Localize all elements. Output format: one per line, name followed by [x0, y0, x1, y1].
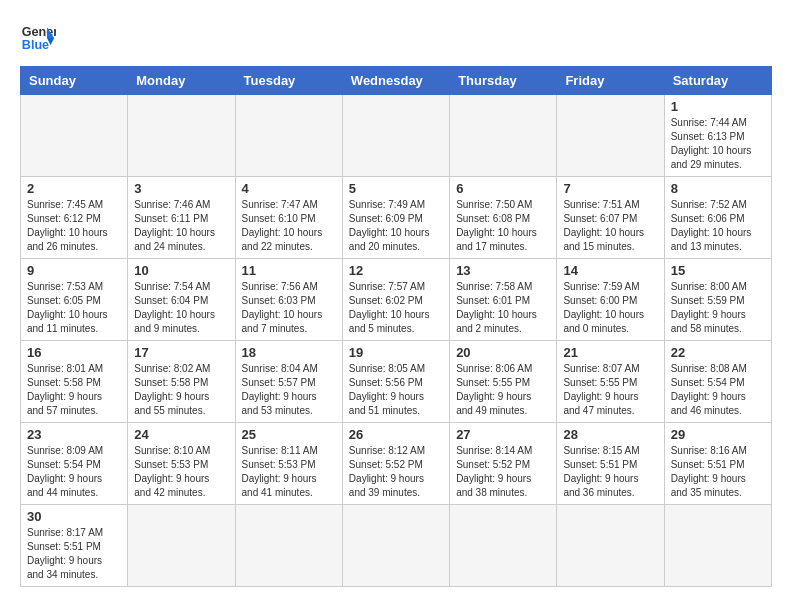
day-number: 26: [349, 427, 443, 442]
day-info: Sunrise: 7:51 AM Sunset: 6:07 PM Dayligh…: [563, 198, 657, 254]
day-number: 5: [349, 181, 443, 196]
day-number: 27: [456, 427, 550, 442]
day-number: 15: [671, 263, 765, 278]
day-number: 16: [27, 345, 121, 360]
calendar-cell: 6Sunrise: 7:50 AM Sunset: 6:08 PM Daylig…: [450, 177, 557, 259]
day-number: 28: [563, 427, 657, 442]
calendar-cell: 11Sunrise: 7:56 AM Sunset: 6:03 PM Dayli…: [235, 259, 342, 341]
day-header-sunday: Sunday: [21, 67, 128, 95]
svg-text:Blue: Blue: [22, 38, 49, 52]
day-info: Sunrise: 7:58 AM Sunset: 6:01 PM Dayligh…: [456, 280, 550, 336]
calendar-cell: [342, 95, 449, 177]
calendar-cell: 20Sunrise: 8:06 AM Sunset: 5:55 PM Dayli…: [450, 341, 557, 423]
day-number: 11: [242, 263, 336, 278]
day-info: Sunrise: 8:12 AM Sunset: 5:52 PM Dayligh…: [349, 444, 443, 500]
calendar-cell: 15Sunrise: 8:00 AM Sunset: 5:59 PM Dayli…: [664, 259, 771, 341]
day-number: 8: [671, 181, 765, 196]
week-row-6: 30Sunrise: 8:17 AM Sunset: 5:51 PM Dayli…: [21, 505, 772, 587]
day-number: 17: [134, 345, 228, 360]
day-info: Sunrise: 8:06 AM Sunset: 5:55 PM Dayligh…: [456, 362, 550, 418]
calendar: SundayMondayTuesdayWednesdayThursdayFrid…: [20, 66, 772, 587]
day-info: Sunrise: 8:15 AM Sunset: 5:51 PM Dayligh…: [563, 444, 657, 500]
calendar-cell: [342, 505, 449, 587]
day-number: 18: [242, 345, 336, 360]
calendar-cell: 24Sunrise: 8:10 AM Sunset: 5:53 PM Dayli…: [128, 423, 235, 505]
day-info: Sunrise: 7:52 AM Sunset: 6:06 PM Dayligh…: [671, 198, 765, 254]
calendar-cell: 23Sunrise: 8:09 AM Sunset: 5:54 PM Dayli…: [21, 423, 128, 505]
day-info: Sunrise: 8:01 AM Sunset: 5:58 PM Dayligh…: [27, 362, 121, 418]
calendar-cell: [450, 95, 557, 177]
calendar-cell: 16Sunrise: 8:01 AM Sunset: 5:58 PM Dayli…: [21, 341, 128, 423]
day-info: Sunrise: 7:56 AM Sunset: 6:03 PM Dayligh…: [242, 280, 336, 336]
week-row-2: 2Sunrise: 7:45 AM Sunset: 6:12 PM Daylig…: [21, 177, 772, 259]
day-header-tuesday: Tuesday: [235, 67, 342, 95]
calendar-cell: 21Sunrise: 8:07 AM Sunset: 5:55 PM Dayli…: [557, 341, 664, 423]
day-info: Sunrise: 8:17 AM Sunset: 5:51 PM Dayligh…: [27, 526, 121, 582]
week-row-5: 23Sunrise: 8:09 AM Sunset: 5:54 PM Dayli…: [21, 423, 772, 505]
calendar-cell: 17Sunrise: 8:02 AM Sunset: 5:58 PM Dayli…: [128, 341, 235, 423]
calendar-cell: 3Sunrise: 7:46 AM Sunset: 6:11 PM Daylig…: [128, 177, 235, 259]
day-number: 30: [27, 509, 121, 524]
calendar-cell: [557, 505, 664, 587]
header: General Blue: [20, 20, 772, 56]
week-row-1: 1Sunrise: 7:44 AM Sunset: 6:13 PM Daylig…: [21, 95, 772, 177]
day-header-thursday: Thursday: [450, 67, 557, 95]
calendar-cell: 1Sunrise: 7:44 AM Sunset: 6:13 PM Daylig…: [664, 95, 771, 177]
calendar-cell: [21, 95, 128, 177]
calendar-cell: 12Sunrise: 7:57 AM Sunset: 6:02 PM Dayli…: [342, 259, 449, 341]
calendar-cell: [557, 95, 664, 177]
day-info: Sunrise: 8:10 AM Sunset: 5:53 PM Dayligh…: [134, 444, 228, 500]
calendar-cell: 22Sunrise: 8:08 AM Sunset: 5:54 PM Dayli…: [664, 341, 771, 423]
day-number: 23: [27, 427, 121, 442]
day-info: Sunrise: 8:05 AM Sunset: 5:56 PM Dayligh…: [349, 362, 443, 418]
day-number: 9: [27, 263, 121, 278]
day-info: Sunrise: 7:53 AM Sunset: 6:05 PM Dayligh…: [27, 280, 121, 336]
day-number: 21: [563, 345, 657, 360]
day-number: 3: [134, 181, 228, 196]
day-info: Sunrise: 7:47 AM Sunset: 6:10 PM Dayligh…: [242, 198, 336, 254]
day-number: 29: [671, 427, 765, 442]
calendar-cell: 13Sunrise: 7:58 AM Sunset: 6:01 PM Dayli…: [450, 259, 557, 341]
day-number: 10: [134, 263, 228, 278]
calendar-cell: 2Sunrise: 7:45 AM Sunset: 6:12 PM Daylig…: [21, 177, 128, 259]
calendar-cell: [235, 505, 342, 587]
calendar-cell: 18Sunrise: 8:04 AM Sunset: 5:57 PM Dayli…: [235, 341, 342, 423]
day-info: Sunrise: 7:46 AM Sunset: 6:11 PM Dayligh…: [134, 198, 228, 254]
day-header-friday: Friday: [557, 67, 664, 95]
calendar-cell: 7Sunrise: 7:51 AM Sunset: 6:07 PM Daylig…: [557, 177, 664, 259]
calendar-cell: 26Sunrise: 8:12 AM Sunset: 5:52 PM Dayli…: [342, 423, 449, 505]
day-info: Sunrise: 8:16 AM Sunset: 5:51 PM Dayligh…: [671, 444, 765, 500]
day-info: Sunrise: 7:49 AM Sunset: 6:09 PM Dayligh…: [349, 198, 443, 254]
day-info: Sunrise: 7:54 AM Sunset: 6:04 PM Dayligh…: [134, 280, 228, 336]
calendar-cell: 9Sunrise: 7:53 AM Sunset: 6:05 PM Daylig…: [21, 259, 128, 341]
calendar-cell: [128, 95, 235, 177]
day-number: 6: [456, 181, 550, 196]
logo: General Blue: [20, 20, 60, 56]
calendar-cell: 29Sunrise: 8:16 AM Sunset: 5:51 PM Dayli…: [664, 423, 771, 505]
calendar-cell: 28Sunrise: 8:15 AM Sunset: 5:51 PM Dayli…: [557, 423, 664, 505]
day-info: Sunrise: 8:08 AM Sunset: 5:54 PM Dayligh…: [671, 362, 765, 418]
calendar-body: 1Sunrise: 7:44 AM Sunset: 6:13 PM Daylig…: [21, 95, 772, 587]
day-number: 20: [456, 345, 550, 360]
day-number: 7: [563, 181, 657, 196]
day-info: Sunrise: 8:09 AM Sunset: 5:54 PM Dayligh…: [27, 444, 121, 500]
day-number: 24: [134, 427, 228, 442]
calendar-cell: 5Sunrise: 7:49 AM Sunset: 6:09 PM Daylig…: [342, 177, 449, 259]
calendar-cell: [128, 505, 235, 587]
calendar-cell: 4Sunrise: 7:47 AM Sunset: 6:10 PM Daylig…: [235, 177, 342, 259]
logo-icon: General Blue: [20, 20, 56, 56]
day-info: Sunrise: 8:00 AM Sunset: 5:59 PM Dayligh…: [671, 280, 765, 336]
calendar-cell: 25Sunrise: 8:11 AM Sunset: 5:53 PM Dayli…: [235, 423, 342, 505]
day-info: Sunrise: 7:45 AM Sunset: 6:12 PM Dayligh…: [27, 198, 121, 254]
week-row-4: 16Sunrise: 8:01 AM Sunset: 5:58 PM Dayli…: [21, 341, 772, 423]
day-number: 1: [671, 99, 765, 114]
day-number: 13: [456, 263, 550, 278]
calendar-cell: 27Sunrise: 8:14 AM Sunset: 5:52 PM Dayli…: [450, 423, 557, 505]
calendar-cell: [235, 95, 342, 177]
day-header-saturday: Saturday: [664, 67, 771, 95]
day-number: 2: [27, 181, 121, 196]
day-header-monday: Monday: [128, 67, 235, 95]
day-info: Sunrise: 7:44 AM Sunset: 6:13 PM Dayligh…: [671, 116, 765, 172]
day-number: 25: [242, 427, 336, 442]
calendar-cell: 8Sunrise: 7:52 AM Sunset: 6:06 PM Daylig…: [664, 177, 771, 259]
